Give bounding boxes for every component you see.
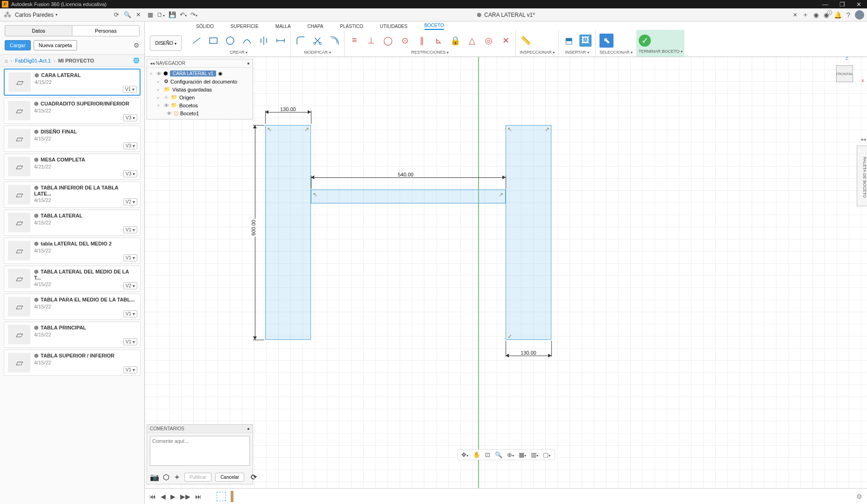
- tangent-constraint-icon[interactable]: ◯: [382, 35, 394, 47]
- circle-tool-icon[interactable]: [224, 35, 236, 47]
- ribbon-tab[interactable]: CHAPA: [308, 24, 324, 30]
- nav-root[interactable]: ▿👁 ⬢ CARA LATERAL v1◉: [150, 70, 250, 77]
- design-item[interactable]: ▱⬢CARA LATERAL4/15/22V1 ▾: [4, 69, 141, 96]
- fit-icon[interactable]: ⊕▾: [507, 451, 514, 458]
- file-dropdown[interactable]: 🗋▾: [157, 11, 165, 18]
- nav-sketches[interactable]: ▿👁📁Bocetos: [150, 101, 250, 109]
- perpendicular-constraint-icon[interactable]: ⊾: [432, 35, 444, 47]
- window-maximize-button[interactable]: ❐: [839, 1, 845, 8]
- sketch-palette-tab[interactable]: PALETA DE BOCETO: [857, 146, 867, 206]
- dim-130b[interactable]: 130.00: [520, 350, 537, 356]
- equal-constraint-icon[interactable]: △: [466, 35, 478, 47]
- viewport-icon[interactable]: ▢▾: [543, 451, 550, 458]
- refresh-comments-icon[interactable]: ⟳: [251, 473, 257, 482]
- attach-icon[interactable]: ⬡: [163, 473, 169, 482]
- select-tool-icon[interactable]: ⬉: [599, 34, 613, 48]
- comments-pin-icon[interactable]: ●: [247, 426, 250, 431]
- ribbon-tab[interactable]: SÓLIDO: [196, 24, 214, 30]
- new-folder-button[interactable]: Nueva carpeta: [34, 40, 78, 50]
- arc-tool-icon[interactable]: [241, 35, 253, 47]
- rectangle-tool-icon[interactable]: [207, 35, 219, 47]
- timeline-marker[interactable]: [231, 491, 233, 502]
- finish-sketch-icon[interactable]: ✓: [639, 35, 651, 47]
- panel-settings-icon[interactable]: ⚙: [134, 42, 140, 49]
- dimension-tool-icon[interactable]: [275, 35, 287, 47]
- concentric-constraint-icon[interactable]: ◎: [483, 35, 495, 47]
- insert-image-icon[interactable]: 🖼: [579, 35, 592, 47]
- zoom-window-icon[interactable]: ⊡: [485, 451, 490, 458]
- apps-icon[interactable]: ▦: [148, 11, 153, 18]
- viewcube[interactable]: Z X FRONTAL: [832, 59, 860, 87]
- version-badge[interactable]: V3 ▾: [123, 170, 137, 177]
- ribbon-tab[interactable]: UTILIDADES: [380, 24, 408, 30]
- nav-saved-views[interactable]: ▹📁Vistas guardadas: [150, 85, 250, 93]
- palette-collapse-icon[interactable]: ◂◂: [860, 136, 866, 142]
- measure-tool-icon[interactable]: 📏: [520, 35, 532, 47]
- publish-button[interactable]: Publicar: [184, 473, 211, 482]
- nav-origin[interactable]: ▹👁📁Origen: [150, 93, 250, 101]
- cancel-button[interactable]: Cancelar: [215, 473, 244, 482]
- design-item[interactable]: ▱⬢TABLA PARA EL MEDIO DE LA TABL...4/15/…: [4, 294, 141, 320]
- version-badge[interactable]: V1 ▾: [123, 86, 137, 93]
- design-item[interactable]: ▱⬢tabla LATERAL DEL MEDIO 24/15/22V1 ▾: [4, 238, 141, 264]
- version-badge[interactable]: V2 ▾: [123, 198, 137, 205]
- camera-icon[interactable]: 📷: [150, 473, 159, 482]
- coincident-constraint-icon[interactable]: ⊙: [399, 35, 411, 47]
- mirror-tool-icon[interactable]: [258, 35, 270, 47]
- design-item[interactable]: ▱⬢TABLA PRINCIPAL4/15/22V1 ▾: [4, 322, 141, 348]
- version-badge[interactable]: V1 ▾: [123, 254, 137, 261]
- timeline-settings-icon[interactable]: ⚙: [856, 493, 862, 500]
- offset-tool-icon[interactable]: [328, 35, 340, 47]
- add-icon[interactable]: ＋: [173, 472, 181, 482]
- line-tool-icon[interactable]: [190, 35, 203, 47]
- timeline-sketch-feature[interactable]: [217, 492, 226, 501]
- redo-icon[interactable]: ↷▾: [190, 11, 197, 18]
- symmetry-constraint-icon[interactable]: ✕: [500, 35, 512, 47]
- dim-540[interactable]: 540.00: [397, 172, 415, 177]
- ribbon-tab[interactable]: PLÁSTICO: [340, 24, 363, 30]
- viewcube-face[interactable]: FRONTAL: [836, 65, 853, 82]
- ribbon-tab[interactable]: SUPERFICIE: [231, 24, 259, 30]
- avatar[interactable]: [855, 10, 864, 20]
- panel-close-icon[interactable]: ✕: [136, 11, 141, 18]
- design-item[interactable]: ▱⬢MESA COMPLETA4/21/22V3 ▾: [4, 154, 141, 180]
- extensions-icon[interactable]: ◉: [813, 11, 819, 19]
- sketch-rect-right[interactable]: [506, 125, 551, 340]
- horizontal-constraint-icon[interactable]: ≡: [348, 35, 360, 47]
- sketch-rect-left[interactable]: [265, 125, 311, 340]
- refresh-icon[interactable]: ⟳: [114, 11, 119, 18]
- grid-settings-icon[interactable]: ▥▾: [531, 451, 538, 458]
- web-icon[interactable]: 🌐: [133, 57, 140, 63]
- window-close-button[interactable]: ✕: [856, 1, 861, 8]
- tab-people[interactable]: Personas: [72, 25, 140, 36]
- tab-data[interactable]: Datos: [5, 25, 72, 36]
- workspace-dropdown[interactable]: DISEÑO ▾: [150, 35, 181, 51]
- version-badge[interactable]: V1 ▾: [123, 338, 137, 345]
- design-item[interactable]: ▱⬢TABLA LATERAL DEL MEDIO DE LA T...4/15…: [4, 266, 141, 292]
- home-icon[interactable]: ⌂: [5, 58, 8, 63]
- undo-icon[interactable]: ↶▾: [180, 11, 187, 18]
- dim-130a[interactable]: 130.00: [279, 106, 297, 112]
- orbit-icon[interactable]: ✥▾: [461, 451, 468, 458]
- pan-icon[interactable]: ✋: [473, 451, 480, 458]
- save-icon[interactable]: 💾: [169, 11, 176, 18]
- timeline-start-icon[interactable]: ⏮: [149, 493, 156, 500]
- version-badge[interactable]: V3 ▾: [123, 142, 137, 149]
- timeline-play-icon[interactable]: ▶: [170, 493, 176, 500]
- design-item[interactable]: ▱⬢DISEÑO FINAL4/15/22V3 ▾: [4, 126, 141, 152]
- user-dropdown[interactable]: Carlos Paredes ▾: [15, 12, 57, 18]
- jobs-icon[interactable]: ◉1: [824, 11, 829, 19]
- document-tab[interactable]: ⬢ CARA LATERAL v1*: [477, 12, 535, 18]
- ribbon-tab[interactable]: BOCETO: [424, 23, 444, 30]
- design-item[interactable]: ▱⬢TABLA INFERIOR DE LA TABLA LATE...4/15…: [4, 182, 141, 208]
- group-label-finish[interactable]: TERMINAR BOCETO ▾: [639, 49, 683, 55]
- timeline-next-icon[interactable]: ▶▶: [180, 493, 190, 500]
- parallel-constraint-icon[interactable]: ∥: [416, 35, 428, 47]
- nav-doc-config[interactable]: ▹⚙Configuración del documento: [150, 77, 250, 85]
- timeline-end-icon[interactable]: ⏭: [195, 493, 202, 500]
- timeline-prev-icon[interactable]: ◀: [161, 493, 166, 500]
- tab-close-icon[interactable]: ✕: [793, 12, 797, 18]
- breadcrumb-team[interactable]: FabDig01-Act.1: [15, 58, 50, 63]
- version-badge[interactable]: V2 ▾: [123, 282, 137, 289]
- version-badge[interactable]: V1 ▾: [123, 226, 137, 233]
